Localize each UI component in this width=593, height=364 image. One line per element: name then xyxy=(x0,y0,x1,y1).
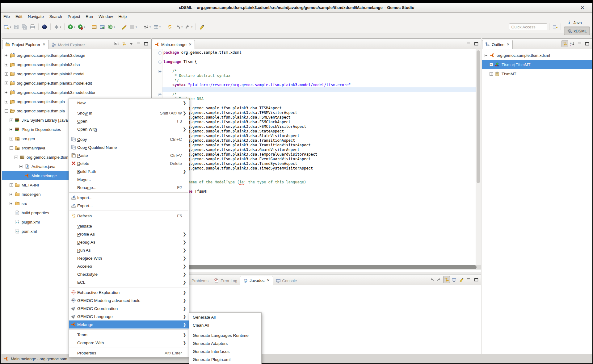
dropdown-arrow-icon[interactable]: ▾ xyxy=(181,26,183,28)
collapse-all-button[interactable] xyxy=(113,40,120,47)
menubar-item-window[interactable]: Window xyxy=(96,13,116,21)
window-close-button[interactable]: ✕ xyxy=(580,3,584,12)
java-sphere-button[interactable] xyxy=(41,23,48,31)
palette-button[interactable]: ▾ xyxy=(128,23,138,31)
close-tab-icon[interactable]: ✕ xyxy=(507,42,510,47)
expand-expander-icon[interactable] xyxy=(490,63,493,66)
menu-item-rename-[interactable]: Rename...F2 xyxy=(69,183,189,191)
min-button[interactable] xyxy=(135,40,142,47)
menu-item-copy-qualified-name[interactable]: Copy Qualified Name xyxy=(69,143,189,151)
link-editor-button[interactable] xyxy=(561,40,568,47)
expand-expander-icon[interactable] xyxy=(10,193,13,196)
min-button[interactable] xyxy=(465,276,472,283)
menu-item-clean-all[interactable]: Clean All xyxy=(189,321,261,329)
collapse-expander-icon[interactable] xyxy=(10,146,13,150)
max-button[interactable] xyxy=(584,40,591,47)
expand-expander-icon[interactable] xyxy=(5,63,8,66)
highlighter-button[interactable] xyxy=(198,23,205,31)
expand-expander-icon[interactable] xyxy=(5,54,8,57)
menu-item-debug-as[interactable]: Debug As❯ xyxy=(69,238,189,246)
menu-item-properties[interactable]: PropertiesAlt+Enter xyxy=(69,349,189,357)
menu-item-paste[interactable]: PasteCtrl+V xyxy=(69,151,189,159)
pencil-button[interactable] xyxy=(120,23,128,31)
link-editor-button[interactable] xyxy=(443,276,450,283)
menu-item-gemoc-modeling-advanced-tools[interactable]: MGEMOC Modeling advanced tools❯ xyxy=(69,296,189,304)
expand-expander-icon[interactable] xyxy=(10,137,13,140)
collapse-expander-icon[interactable] xyxy=(485,54,488,57)
menu-item-show-in[interactable]: Show InShift+Alt+W❯ xyxy=(69,109,189,117)
menubar-item-navigate[interactable]: Navigate xyxy=(25,13,46,21)
menu-item-ecl[interactable]: ECL❯ xyxy=(69,278,189,286)
outline-item-tfsm-tfsmmt[interactable]: Tfsm ◁ TfsmMT xyxy=(482,60,592,69)
view-menu-button[interactable] xyxy=(128,40,135,47)
project-item-org-gemoc-sample-tfsm-plaink3-model-edit[interactable]: org.gemoc.sample.tfsm.plaink3.model.edit xyxy=(2,78,151,88)
menu-item-gemoc-language[interactable]: GEMOC Language❯ xyxy=(69,312,189,320)
dropdown-arrow-icon[interactable]: ▾ xyxy=(60,26,61,28)
close-tab-icon[interactable]: ✕ xyxy=(189,42,192,47)
max-button[interactable] xyxy=(473,40,480,47)
forward-button[interactable] xyxy=(436,276,443,283)
update-site-button[interactable]: ▾ xyxy=(107,23,116,31)
dropdown-arrow-icon[interactable]: ▾ xyxy=(114,26,115,28)
expand-expander-icon[interactable] xyxy=(5,91,8,94)
expand-expander-icon[interactable] xyxy=(5,100,8,103)
menu-item-build-path[interactable]: Build Path❯ xyxy=(69,167,189,175)
close-tab-icon[interactable]: ✕ xyxy=(267,278,270,282)
close-tab-icon[interactable]: ✕ xyxy=(42,42,45,47)
menu-item-open-with[interactable]: Open With❯ xyxy=(69,125,189,133)
fold-collapse-icon[interactable] xyxy=(158,93,162,96)
open-perspective-button[interactable] xyxy=(552,23,558,30)
menu-item-generate-languages-runtime[interactable]: Generate Languages Runtime xyxy=(189,331,261,339)
menu-item-validate[interactable]: Validate xyxy=(69,222,189,230)
menu-item-acceleo[interactable]: Acceleo❯ xyxy=(69,262,189,270)
menu-item-melange[interactable]: Melange❯ xyxy=(69,320,189,328)
project-item-org-gemoc-sample-tfsm-plaink3-model[interactable]: org.gemoc.sample.tfsm.plaink3.model xyxy=(2,69,151,78)
sort-az-button[interactable]: az xyxy=(569,40,576,47)
menu-item-delete[interactable]: DeleteDelete xyxy=(69,159,189,167)
max-button[interactable] xyxy=(473,276,480,283)
menu-item-generate-plugin-xml[interactable]: Generate Plugin.xml xyxy=(189,355,261,363)
menu-item-generate-all[interactable]: Generate All xyxy=(189,313,261,321)
menu-item-run-as[interactable]: Run As❯ xyxy=(69,246,189,254)
highlighter-button[interactable] xyxy=(458,276,465,283)
grid-button[interactable]: ▾ xyxy=(152,23,162,31)
back-button[interactable]: ▾ xyxy=(174,23,183,31)
dropdown-arrow-icon[interactable]: ▾ xyxy=(84,26,85,28)
menu-item-generate-interfaces[interactable]: Generate Interfaces xyxy=(189,347,261,355)
back-button[interactable] xyxy=(428,276,435,283)
menu-item-copy[interactable]: CopyCtrl+C xyxy=(69,135,189,143)
dropdown-arrow-icon[interactable]: ▾ xyxy=(149,26,151,28)
new-task-button[interactable]: ▾ xyxy=(53,23,62,31)
menu-item-new[interactable]: New❯ xyxy=(69,99,189,107)
editor-tab-main-melange[interactable]: Main.melange✕ xyxy=(152,40,195,49)
menu-item-import-[interactable]: Import... xyxy=(69,194,189,202)
editor-vertical-scrollbar[interactable] xyxy=(476,49,481,265)
menu-item-replace-with[interactable]: Replace With❯ xyxy=(69,254,189,262)
menu-item-checkstyle[interactable]: Checkstyle❯ xyxy=(69,270,189,278)
dropdown-arrow-icon[interactable]: ▾ xyxy=(10,26,11,28)
menubar-item-project[interactable]: Project xyxy=(65,13,83,21)
sort-updown-button[interactable]: ▾ xyxy=(142,23,152,31)
project-item-org-gemoc-sample-tfsm-plaink3-design[interactable]: org.gemoc.sample.tfsm.plaink3.design xyxy=(2,51,151,60)
link-editor-button[interactable] xyxy=(120,40,127,47)
collapse-expander-icon[interactable] xyxy=(15,156,18,159)
last-edit-button[interactable] xyxy=(166,23,174,31)
new-window-button[interactable] xyxy=(99,23,106,31)
expand-expander-icon[interactable] xyxy=(490,72,493,76)
fold-collapse-icon[interactable] xyxy=(158,51,162,54)
menubar-item-edit[interactable]: Edit xyxy=(13,13,25,21)
perspective-button-xdsml[interactable]: xDSML xyxy=(564,27,590,35)
menubar-item-help[interactable]: Help xyxy=(116,13,129,21)
dropdown-arrow-icon[interactable]: ▾ xyxy=(159,26,161,28)
quick-access-input[interactable] xyxy=(509,23,547,30)
expand-expander-icon[interactable] xyxy=(5,72,8,76)
menu-item-open[interactable]: OpenF3 xyxy=(69,117,189,125)
bottom-tab-console[interactable]: Console xyxy=(273,276,300,285)
menubar-item-run[interactable]: Run xyxy=(83,13,96,21)
max-button[interactable] xyxy=(143,40,149,47)
min-button[interactable] xyxy=(576,40,583,47)
dropdown-arrow-icon[interactable]: ▾ xyxy=(74,26,75,28)
expand-expander-icon[interactable] xyxy=(10,183,13,187)
expand-expander-icon[interactable] xyxy=(10,119,13,122)
bottom-tab-error-log[interactable]: Error Log xyxy=(211,276,240,285)
